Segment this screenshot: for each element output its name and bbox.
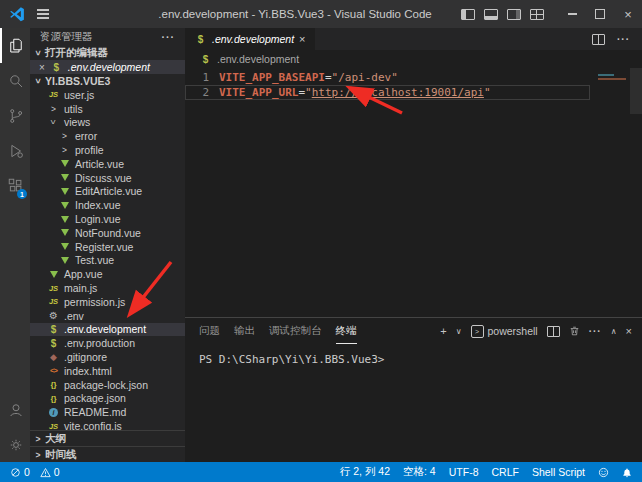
encoding[interactable]: UTF-8: [449, 466, 479, 478]
indentation[interactable]: 空格: 4: [403, 465, 436, 479]
quote: ": [305, 86, 312, 99]
tree-item[interactable]: Test.vue: [30, 254, 185, 268]
split-editor-icon[interactable]: [592, 34, 605, 45]
tree-item-label: .env.production: [64, 337, 135, 349]
code-editor[interactable]: 1 VITE_APP_BASEAPI="/api-dev" 2 VITE_APP…: [185, 68, 642, 317]
tree-item[interactable]: views: [30, 116, 185, 130]
activity-account[interactable]: [0, 392, 30, 427]
open-editors-section[interactable]: > 打开的编辑器: [30, 46, 185, 60]
tree-item[interactable]: NotFound.vue: [30, 226, 185, 240]
json-icon: [47, 380, 60, 389]
folder-collapsed-icon: [58, 145, 71, 155]
activity-source-control[interactable]: [0, 98, 30, 133]
tree-item[interactable]: package-lock.json: [30, 378, 185, 392]
terminal-content[interactable]: PS D:\CSharp\Yi\Yi.BBS.Vue3>: [185, 344, 642, 366]
chevron-down-icon[interactable]: ∨: [456, 327, 462, 336]
operator: =: [325, 71, 332, 84]
bell-icon[interactable]: [622, 467, 632, 478]
tree-item[interactable]: .env: [30, 309, 185, 323]
editor-scrollbar[interactable]: [630, 68, 642, 114]
run-debug-icon: [7, 142, 25, 160]
tab-problems[interactable]: 问题: [199, 318, 220, 344]
cursor-position[interactable]: 行 2, 列 42: [340, 465, 390, 479]
tree-item[interactable]: EditArticle.vue: [30, 185, 185, 199]
activity-settings[interactable]: [0, 427, 30, 462]
main-area: 1 资源管理器 ··· > 打开的编辑器 × .env.deve: [0, 28, 642, 462]
tree-item[interactable]: vite.config.js: [30, 419, 185, 430]
problems-status[interactable]: 0 0: [10, 466, 66, 478]
project-root-section[interactable]: > YI.BBS.VUE3: [30, 74, 185, 88]
menu-icon[interactable]: [37, 13, 49, 14]
open-editor-item[interactable]: × .env.development: [30, 60, 185, 74]
customize-layout-icon[interactable]: [530, 9, 544, 20]
toggle-sidebar-icon[interactable]: [461, 9, 475, 20]
eol-sequence[interactable]: CRLF: [491, 466, 518, 478]
close-window-button[interactable]: ×: [614, 0, 642, 28]
shell-label: powershell: [488, 325, 538, 337]
tab-terminal[interactable]: 终端: [336, 318, 357, 344]
url-link[interactable]: http://localhost:19001/api: [312, 86, 484, 99]
shell-selector[interactable]: powershell: [471, 325, 538, 338]
close-tab-icon[interactable]: ×: [299, 33, 305, 45]
warning-triangle-icon: [40, 467, 51, 478]
outline-section[interactable]: > 大纲: [30, 430, 185, 446]
tree-item[interactable]: index.html: [30, 364, 185, 378]
breadcrumb-file: .env.development: [217, 53, 299, 65]
more-actions-icon[interactable]: ···: [162, 31, 176, 43]
tree-item[interactable]: .env.production: [30, 336, 185, 350]
tree-item[interactable]: error: [30, 129, 185, 143]
tree-item[interactable]: Discuss.vue: [30, 171, 185, 185]
breadcrumb[interactable]: .env.development: [185, 50, 642, 68]
chevron-up-icon[interactable]: ∧: [611, 327, 617, 336]
minimize-button[interactable]: [558, 0, 586, 28]
tree-item[interactable]: package.json: [30, 392, 185, 406]
activity-search[interactable]: [0, 63, 30, 98]
activity-extensions[interactable]: 1: [0, 168, 30, 203]
more-actions-icon[interactable]: ···: [589, 326, 602, 337]
tree-item[interactable]: Index.vue: [30, 198, 185, 212]
more-actions-icon[interactable]: ···: [617, 34, 630, 45]
tree-item[interactable]: Login.vue: [30, 212, 185, 226]
error-count: 0: [24, 466, 30, 478]
tree-item[interactable]: App.vue: [30, 267, 185, 281]
language-mode[interactable]: Shell Script: [532, 466, 585, 478]
toggle-secondary-sidebar-icon[interactable]: [507, 9, 521, 20]
tree-item[interactable]: utils: [30, 102, 185, 116]
tree-item-label: user.js: [64, 89, 94, 101]
tree-item[interactable]: .gitignore: [30, 350, 185, 364]
source-control-icon: [7, 107, 25, 125]
tree-item[interactable]: permission.js: [30, 295, 185, 309]
chevron-down-icon: >: [33, 77, 43, 85]
minimap[interactable]: [598, 74, 626, 80]
tree-item[interactable]: .env.development: [30, 323, 185, 337]
new-terminal-icon[interactable]: +: [440, 325, 446, 337]
toggle-panel-icon[interactable]: [484, 9, 498, 20]
git-icon: [47, 352, 60, 362]
chevron-right-icon: >: [34, 434, 42, 444]
tab-env-development[interactable]: .env.development ×: [185, 28, 315, 50]
tree-item[interactable]: main.js: [30, 281, 185, 295]
tab-debug-console[interactable]: 调试控制台: [269, 318, 322, 344]
close-editor-icon[interactable]: ×: [39, 62, 45, 73]
tree-item[interactable]: user.js: [30, 88, 185, 102]
open-editor-label: .env.development: [68, 61, 150, 73]
vscode-logo-icon: [9, 6, 25, 22]
status-bar: 0 0 行 2, 列 42 空格: 4 UTF-8 CRLF Shell Scr…: [0, 462, 642, 482]
tree-item[interactable]: profile: [30, 143, 185, 157]
tab-output[interactable]: 输出: [234, 318, 255, 344]
activity-run-debug[interactable]: [0, 133, 30, 168]
tree-item[interactable]: Register.vue: [30, 240, 185, 254]
code-line-1: 1 VITE_APP_BASEAPI="/api-dev": [185, 70, 590, 85]
panel-header: 问题 输出 调试控制台 终端 + ∨ powershell ···: [185, 318, 642, 344]
activity-explorer[interactable]: [0, 28, 30, 63]
timeline-section[interactable]: > 时间线: [30, 446, 185, 462]
feedback-smiley-icon[interactable]: [598, 467, 609, 478]
explorer-sidebar: 资源管理器 ··· > 打开的编辑器 × .env.development > …: [30, 28, 185, 462]
split-terminal-icon[interactable]: [547, 326, 560, 337]
tree-item[interactable]: README.md: [30, 405, 185, 419]
tree-item[interactable]: Article.vue: [30, 157, 185, 171]
maximize-button[interactable]: [586, 0, 614, 28]
trash-icon[interactable]: [569, 325, 580, 337]
close-panel-icon[interactable]: ×: [626, 325, 632, 337]
folder-expanded-icon: [47, 117, 60, 127]
